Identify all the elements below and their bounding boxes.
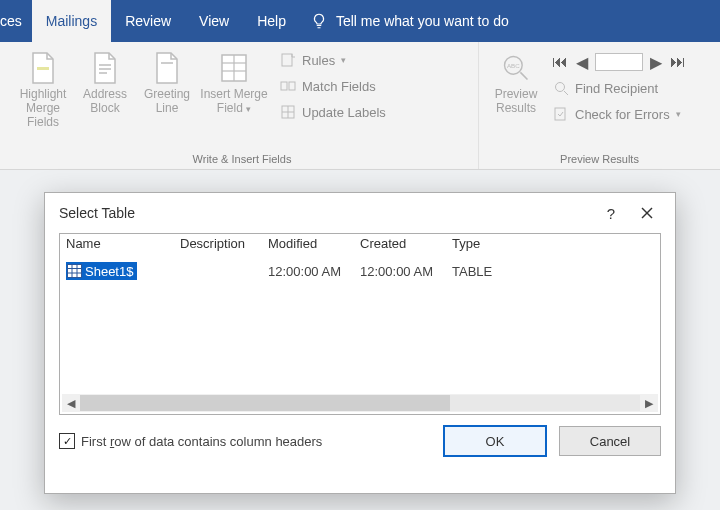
table-merge-icon — [219, 50, 249, 86]
close-icon — [641, 207, 653, 219]
insert-merge-field-label: Insert Merge Field ▾ — [198, 88, 270, 116]
address-block-label: Address Block — [74, 88, 136, 116]
highlight-merge-fields-button[interactable]: Highlight Merge Fields — [12, 46, 74, 129]
horizontal-scrollbar[interactable]: ◀ ▶ — [62, 394, 658, 412]
scroll-right-button[interactable]: ▶ — [640, 397, 658, 410]
find-recipient-button[interactable]: Find Recipient — [549, 76, 689, 100]
check-errors-icon — [553, 106, 569, 122]
group-write-insert-fields: Highlight Merge Fields Address Block — [6, 42, 479, 169]
lightbulb-icon — [310, 12, 328, 30]
tab-review[interactable]: Review — [111, 0, 185, 42]
svg-line-19 — [564, 91, 568, 95]
highlight-merge-fields-label: Highlight Merge Fields — [12, 88, 74, 129]
document-greeting-icon — [152, 50, 182, 86]
document-highlight-icon — [28, 50, 58, 86]
dialog-close-button[interactable] — [629, 197, 665, 229]
check-errors-label: Check for Errors — [575, 107, 670, 122]
tab-truncated[interactable]: ces — [0, 0, 32, 42]
scroll-track[interactable] — [80, 395, 640, 411]
rules-icon — [280, 52, 296, 68]
dialog-footer: ✓ First row of data contains column head… — [45, 415, 675, 471]
match-fields-button[interactable]: Match Fields — [276, 74, 390, 98]
tell-me-label: Tell me what you want to do — [336, 13, 509, 29]
tab-mailings[interactable]: Mailings — [32, 0, 111, 42]
col-type[interactable]: Type — [450, 236, 514, 260]
preview-results-label: Preview Results — [485, 88, 547, 116]
update-labels-label: Update Labels — [302, 105, 386, 120]
row-name-text: Sheet1$ — [85, 264, 133, 279]
dialog-help-button[interactable]: ? — [593, 197, 629, 229]
update-labels-icon — [280, 104, 296, 120]
col-created[interactable]: Created — [358, 236, 450, 260]
address-block-button[interactable]: Address Block — [74, 46, 136, 116]
svg-text:ABC: ABC — [507, 62, 520, 69]
scroll-left-button[interactable]: ◀ — [62, 397, 80, 410]
dialog-title: Select Table — [59, 205, 593, 221]
group-label-write-insert: Write & Insert Fields — [12, 151, 472, 169]
check-errors-button[interactable]: Check for Errors ▾ — [549, 102, 689, 126]
find-recipient-label: Find Recipient — [575, 81, 658, 96]
col-description[interactable]: Description — [178, 236, 266, 260]
record-number-input[interactable] — [595, 53, 643, 71]
match-fields-label: Match Fields — [302, 79, 376, 94]
svg-line-16 — [520, 72, 527, 79]
ribbon-tabs: ces Mailings Review View Help Tell me wh… — [0, 0, 720, 42]
cancel-button[interactable]: Cancel — [559, 426, 661, 456]
table-row[interactable]: Sheet1$ 12:00:00 AM 12:00:00 AM TABLE — [60, 260, 660, 283]
tell-me-search[interactable]: Tell me what you want to do — [300, 0, 515, 42]
prev-record-button[interactable]: ◀ — [573, 53, 591, 72]
svg-rect-23 — [68, 265, 82, 278]
document-address-icon — [90, 50, 120, 86]
svg-rect-11 — [289, 82, 295, 90]
col-modified[interactable]: Modified — [266, 236, 358, 260]
svg-rect-10 — [281, 82, 287, 90]
rules-button[interactable]: Rules ▾ — [276, 48, 390, 72]
first-record-button[interactable]: ⏮ — [551, 53, 569, 71]
greeting-line-button[interactable]: Greeting Line — [136, 46, 198, 116]
svg-point-18 — [556, 83, 565, 92]
match-fields-icon — [280, 78, 296, 94]
greeting-line-label: Greeting Line — [136, 88, 198, 116]
search-icon — [553, 80, 569, 96]
table-list[interactable]: Name Description Modified Created Type S… — [59, 233, 661, 415]
insert-merge-field-button[interactable]: Insert Merge Field ▾ — [198, 46, 270, 116]
record-navigation: ⏮ ◀ ▶ ⏭ — [549, 48, 689, 74]
chevron-down-icon: ▾ — [676, 109, 681, 119]
ribbon: Highlight Merge Fields Address Block — [0, 42, 720, 170]
table-header-row: Name Description Modified Created Type — [60, 234, 660, 260]
first-row-headers-label: First row of data contains column header… — [81, 434, 322, 449]
tab-help[interactable]: Help — [243, 0, 300, 42]
checkbox-icon: ✓ — [59, 433, 75, 449]
update-labels-button[interactable]: Update Labels — [276, 100, 390, 124]
dialog-titlebar: Select Table ? — [45, 193, 675, 233]
row-name-selected: Sheet1$ — [66, 262, 137, 280]
preview-results-button[interactable]: ABC Preview Results — [485, 46, 547, 116]
col-name[interactable]: Name — [64, 236, 178, 260]
svg-rect-9 — [282, 54, 292, 66]
chevron-down-icon: ▾ — [341, 55, 346, 65]
select-table-dialog: Select Table ? Name Description Modified… — [44, 192, 676, 494]
tab-view[interactable]: View — [185, 0, 243, 42]
rules-label: Rules — [302, 53, 335, 68]
row-modified: 12:00:00 AM — [266, 264, 358, 279]
group-preview-results: ABC Preview Results ⏮ ◀ ▶ ⏭ Find Recipie… — [479, 42, 720, 169]
chevron-down-icon: ▾ — [246, 104, 251, 114]
magnifier-abc-icon: ABC — [501, 50, 531, 86]
row-type: TABLE — [450, 264, 514, 279]
last-record-button[interactable]: ⏭ — [669, 53, 687, 71]
first-row-headers-checkbox[interactable]: ✓ First row of data contains column head… — [59, 433, 431, 449]
row-created: 12:00:00 AM — [358, 264, 450, 279]
svg-rect-20 — [555, 108, 565, 120]
group-label-preview: Preview Results — [485, 151, 714, 169]
ok-button[interactable]: OK — [443, 425, 547, 457]
svg-rect-0 — [37, 67, 49, 70]
worksheet-icon — [67, 264, 82, 278]
scroll-thumb[interactable] — [80, 395, 450, 411]
next-record-button[interactable]: ▶ — [647, 53, 665, 72]
